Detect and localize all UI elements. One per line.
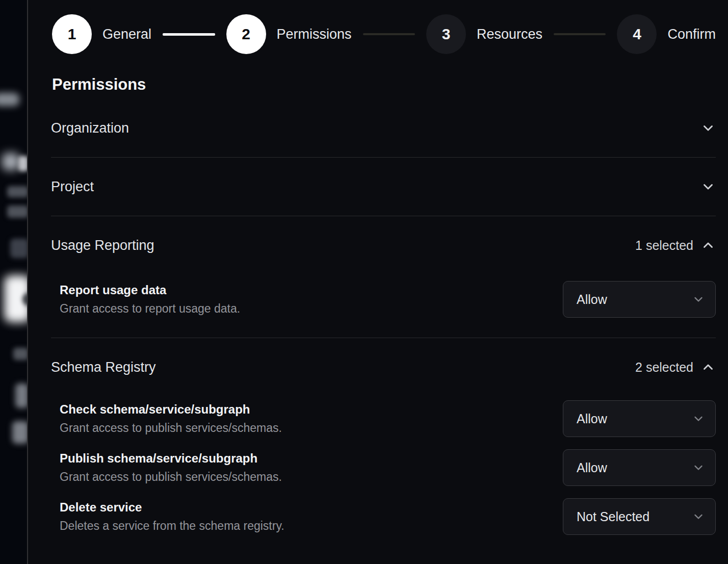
select-value: Allow [577,460,607,475]
step-connector [363,33,415,35]
step-confirm[interactable]: 4 Confirm [617,14,716,54]
permission-row-delete-service: Delete service Deletes a service from th… [60,498,716,535]
chevron-down-icon [692,461,705,474]
permission-select[interactable]: Allow [563,449,716,486]
step-permissions[interactable]: 2 Permissions [226,14,352,54]
page-title: Permissions [52,75,716,94]
sidebar-blur-icon [10,239,28,258]
sidebar-blur-text-fragment [7,186,28,197]
select-value: Not Selected [577,509,649,524]
section-header-usage-reporting[interactable]: Usage Reporting 1 selected [51,216,716,274]
selected-count: 2 selected [635,360,693,375]
section-label: Schema Registry [51,360,156,375]
step-number-badge: 1 [52,14,92,54]
permission-description: Grant access to report usage data. [60,302,240,316]
section-usage-reporting: Usage Reporting 1 selected Report usage … [51,216,716,338]
permission-title: Report usage data [60,283,240,297]
section-project: Project [51,158,716,216]
permission-list: Check schema/service/subgraph Grant acce… [51,400,716,540]
step-connector [554,33,606,35]
step-number-badge: 2 [226,14,266,54]
sidebar-blur-text-fragment [7,206,28,218]
chevron-up-icon [700,238,716,253]
step-connector [163,33,215,36]
section-header-project[interactable]: Project [51,158,716,216]
permission-select[interactable]: Allow [563,281,716,318]
sidebar-blur-blob [0,93,19,106]
permission-select[interactable]: Allow [563,400,716,437]
chevron-down-icon [692,293,705,306]
chevron-up-icon [700,360,716,375]
section-header-controls: 1 selected [635,238,716,253]
permission-title: Publish schema/service/subgraph [60,451,282,466]
permission-title: Delete service [60,500,284,515]
permission-text: Delete service Deletes a service from th… [60,500,284,533]
sidebar-blur-text-fragment [13,348,28,360]
chevron-down-icon [700,179,716,194]
sidebar-blur-text-fragment [15,383,28,408]
permission-sections: Organization Project Usage Rep [51,99,716,540]
section-label: Organization [51,120,129,136]
sidebar-blur-text-fragment [18,156,28,171]
chevron-down-icon [700,120,716,136]
permission-row-report-usage-data: Report usage data Grant access to report… [60,281,716,318]
permission-row-publish-schema: Publish schema/service/subgraph Grant ac… [60,449,716,486]
step-label: Permissions [277,27,352,42]
permission-select[interactable]: Not Selected [563,498,716,535]
permission-title: Check schema/service/subgraph [60,402,282,417]
wizard-panel: 1 General 2 Permissions 3 Resources 4 Co… [28,0,728,564]
permission-description: Grant access to publish services/schemas… [60,421,282,435]
step-resources[interactable]: 3 Resources [426,14,542,54]
section-header-organization[interactable]: Organization [51,99,716,157]
permission-text: Publish schema/service/subgraph Grant ac… [60,451,282,484]
permission-text: Check schema/service/subgraph Grant acce… [60,402,282,435]
section-organization: Organization [51,99,716,158]
permission-text: Report usage data Grant access to report… [60,283,240,316]
select-value: Allow [577,412,607,426]
section-schema-registry: Schema Registry 2 selected Check schema/… [51,338,716,540]
section-header-controls [700,179,716,194]
section-label: Project [51,179,94,195]
section-label: Usage Reporting [51,238,154,253]
selected-count: 1 selected [635,238,693,253]
sidebar-blur-text-fragment [12,421,28,444]
section-header-controls [700,120,716,136]
chevron-down-icon [692,412,705,425]
chevron-down-icon [692,510,705,523]
sidebar-blurred [0,0,28,564]
permission-description: Deletes a service from the schema regist… [60,519,284,533]
step-label: General [102,27,151,42]
wizard-stepper: 1 General 2 Permissions 3 Resources 4 Co… [52,14,716,54]
permission-row-check-schema: Check schema/service/subgraph Grant acce… [60,400,716,437]
permission-description: Grant access to publish services/schemas… [60,470,282,484]
app-root: 1 General 2 Permissions 3 Resources 4 Co… [0,0,728,564]
step-label: Resources [477,27,542,42]
step-general[interactable]: 1 General [52,14,151,54]
step-number-badge: 3 [426,14,466,54]
sidebar-blur-blob [2,153,19,170]
section-header-controls: 2 selected [635,360,716,375]
select-value: Allow [577,292,607,307]
step-number-badge: 4 [617,14,657,54]
step-label: Confirm [667,27,716,42]
permission-list: Report usage data Grant access to report… [51,281,716,338]
section-header-schema-registry[interactable]: Schema Registry 2 selected [51,338,716,396]
